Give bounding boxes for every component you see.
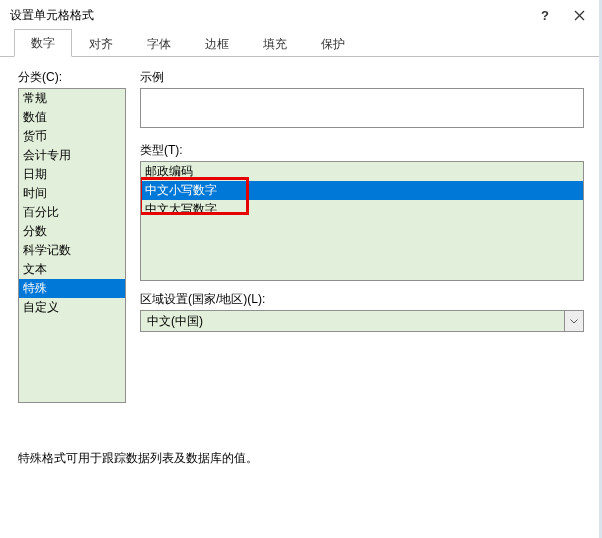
chevron-down-icon <box>570 319 578 324</box>
locale-label: 区域设置(国家/地区)(L): <box>140 291 584 308</box>
list-item[interactable]: 中文小写数字 <box>141 181 583 200</box>
tab-alignment[interactable]: 对齐 <box>72 30 130 57</box>
hint-text: 特殊格式可用于跟踪数据列表及数据库的值。 <box>18 450 258 467</box>
category-label: 分类(C): <box>18 69 126 86</box>
list-item[interactable]: 特殊 <box>19 279 125 298</box>
tab-protection[interactable]: 保护 <box>304 30 362 57</box>
dropdown-button[interactable] <box>564 311 583 331</box>
tab-strip: 数字 对齐 字体 边框 填充 保护 <box>0 30 602 57</box>
help-button[interactable]: ? <box>528 4 562 26</box>
list-item[interactable]: 百分比 <box>19 203 125 222</box>
sample-box <box>140 88 584 128</box>
list-item[interactable]: 货币 <box>19 127 125 146</box>
tab-number[interactable]: 数字 <box>14 29 72 57</box>
list-item[interactable]: 时间 <box>19 184 125 203</box>
category-list[interactable]: 常规 数值 货币 会计专用 日期 时间 百分比 分数 科学记数 文本 特殊 自定… <box>18 88 126 403</box>
list-item[interactable]: 中文大写数字 <box>141 200 583 219</box>
tab-font[interactable]: 字体 <box>130 30 188 57</box>
list-item[interactable]: 数值 <box>19 108 125 127</box>
list-item[interactable]: 邮政编码 <box>141 162 583 181</box>
list-item[interactable]: 自定义 <box>19 298 125 317</box>
list-item[interactable]: 会计专用 <box>19 146 125 165</box>
close-button[interactable] <box>562 4 596 26</box>
dialog-title: 设置单元格格式 <box>10 7 528 24</box>
list-item[interactable]: 分数 <box>19 222 125 241</box>
tab-border[interactable]: 边框 <box>188 30 246 57</box>
sample-label: 示例 <box>140 69 584 86</box>
close-icon <box>574 10 585 21</box>
list-item[interactable]: 常规 <box>19 89 125 108</box>
type-label: 类型(T): <box>140 142 584 159</box>
list-item[interactable]: 日期 <box>19 165 125 184</box>
type-list[interactable]: 邮政编码 中文小写数字 中文大写数字 <box>140 161 584 281</box>
locale-select[interactable]: 中文(中国) <box>140 310 584 332</box>
list-item[interactable]: 文本 <box>19 260 125 279</box>
locale-value: 中文(中国) <box>141 313 564 330</box>
list-item[interactable]: 科学记数 <box>19 241 125 260</box>
tab-fill[interactable]: 填充 <box>246 30 304 57</box>
title-bar: 设置单元格格式 ? <box>0 0 602 30</box>
